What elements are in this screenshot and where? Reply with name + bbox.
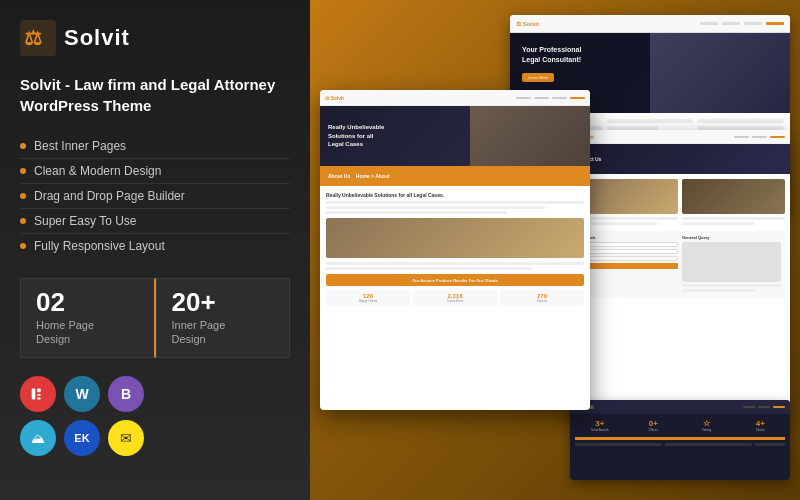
sm-text-line bbox=[326, 267, 532, 270]
sr-text-line bbox=[682, 289, 756, 292]
sr-contact-section: In Touch General Query bbox=[575, 231, 785, 298]
sb-footer-item bbox=[575, 443, 662, 446]
sm-stat-label: Experts bbox=[503, 299, 581, 303]
sr-nav-item bbox=[752, 136, 767, 138]
sm-hero-title: Really UnbelievableSolutions for allLega… bbox=[328, 123, 384, 148]
sr-text-line bbox=[682, 284, 781, 287]
bullet-dot bbox=[20, 218, 26, 224]
sm-nav-item bbox=[552, 97, 567, 99]
sm-header: ⚖ Solvit bbox=[320, 90, 590, 106]
sm-text-line bbox=[326, 201, 584, 204]
sm-stat: 126 Happy Clients bbox=[326, 290, 410, 306]
feature-label: Drag and Drop Page Builder bbox=[34, 189, 185, 203]
sr-contact-title: In Touch bbox=[579, 235, 678, 240]
sb-stat-label: Great Awards bbox=[575, 428, 625, 432]
sm-nav bbox=[516, 97, 585, 99]
sm-hero: Really UnbelievableSolutions for allLega… bbox=[320, 106, 590, 166]
sc-hero-title: Your ProfessionalLegal Consultant! bbox=[522, 45, 581, 65]
sm-hero-content: Really UnbelievableSolutions for allLega… bbox=[320, 115, 392, 156]
sc-logo: ⚖ Solvit bbox=[516, 20, 539, 27]
list-item: Drag and Drop Page Builder bbox=[20, 184, 290, 209]
svg-text:⚖: ⚖ bbox=[24, 27, 42, 49]
sc-hero-btn: Learn More bbox=[522, 73, 554, 82]
list-item: Fully Responsive Layout bbox=[20, 234, 290, 258]
sm-cta-section: Our Actions Produce Results For Our Clie… bbox=[326, 274, 584, 286]
sr-image bbox=[575, 179, 678, 214]
sr-nav-item bbox=[734, 136, 749, 138]
logo-icon: ⚖ bbox=[20, 20, 56, 56]
sr-hero: Contact Us bbox=[570, 144, 790, 174]
stat-number: 02 bbox=[36, 289, 139, 315]
technology-icons: W B ⛰ EK ✉ bbox=[20, 376, 290, 456]
sb-stat-label: Rating bbox=[682, 428, 732, 432]
screenshot-bottom: ⚖ Solvit 3+ Great Awards 0+ Offices bbox=[570, 400, 790, 480]
sr-contact-col: General Query bbox=[682, 235, 781, 294]
sc-header: ⚖ Solvit bbox=[510, 15, 790, 33]
sr-input bbox=[579, 242, 678, 247]
bullet-dot bbox=[20, 168, 26, 174]
sm-body: Really Unbelievable Solutions for all Le… bbox=[320, 186, 590, 312]
list-item: Super Easy To Use bbox=[20, 209, 290, 234]
icons-line-2: ⛰ EK ✉ bbox=[20, 420, 290, 456]
nav-item bbox=[744, 22, 762, 25]
sm-about-bar: About Us Home > About bbox=[320, 166, 590, 186]
stat-label: Home PageDesign bbox=[36, 318, 139, 347]
feature-label: Fully Responsive Layout bbox=[34, 239, 165, 253]
stat-number: 20+ bbox=[172, 289, 275, 315]
sm-text-line bbox=[326, 206, 545, 209]
sr-input bbox=[579, 256, 678, 261]
sr-image bbox=[682, 179, 785, 214]
sm-nav-item bbox=[570, 97, 585, 99]
feature-label: Super Easy To Use bbox=[34, 214, 137, 228]
sr-col bbox=[682, 179, 785, 227]
elementor-icon bbox=[20, 376, 56, 412]
sr-text-line bbox=[682, 217, 785, 220]
logo-area: ⚖ Solvit bbox=[20, 20, 290, 56]
nav-item bbox=[700, 22, 718, 25]
bullet-dot bbox=[20, 193, 26, 199]
sr-text-line bbox=[682, 222, 754, 225]
list-item: Clean & Modern Design bbox=[20, 159, 290, 184]
features-list: Best Inner Pages Clean & Modern Design D… bbox=[20, 134, 290, 258]
screenshots-container: ⚖ Solvit Your ProfessionalLegal Consulta… bbox=[320, 10, 790, 490]
sc-bar bbox=[607, 119, 694, 123]
sr-submit-btn bbox=[579, 263, 678, 269]
sb-stat: ☆ Rating bbox=[682, 419, 732, 432]
nav-item bbox=[722, 22, 740, 25]
wpdiscuz-icon: ⛰ bbox=[20, 420, 56, 456]
stat-label: Inner PageDesign bbox=[172, 318, 275, 347]
sm-stats: 126 Happy Clients 2,318 Cases Done 270 E… bbox=[326, 290, 584, 306]
sm-text-line bbox=[326, 211, 507, 214]
sb-stat-number: ☆ bbox=[682, 419, 732, 428]
sr-contact-col: In Touch bbox=[579, 235, 678, 294]
sb-nav-item bbox=[758, 406, 770, 408]
sm-logo: ⚖ Solvit bbox=[325, 95, 344, 101]
bootstrap-icon: B bbox=[108, 376, 144, 412]
sm-image bbox=[326, 218, 584, 258]
nav-item bbox=[766, 22, 784, 25]
sb-footer-item bbox=[755, 443, 785, 446]
svg-rect-2 bbox=[32, 388, 36, 399]
sr-text-line bbox=[575, 217, 678, 220]
svg-rect-3 bbox=[37, 388, 41, 392]
sm-text-line bbox=[326, 262, 584, 265]
sr-header: ⚖ Solvit bbox=[570, 130, 790, 144]
svg-rect-4 bbox=[37, 394, 41, 396]
sm-stat-label: Cases Done bbox=[416, 299, 494, 303]
sc-bar bbox=[697, 119, 784, 123]
icons-line-1: W B bbox=[20, 376, 290, 412]
mailchimp-icon: ✉ bbox=[108, 420, 144, 456]
sc-nav bbox=[700, 22, 784, 25]
stat-homepage: 02 Home PageDesign bbox=[20, 278, 156, 358]
wordpress-icon: W bbox=[64, 376, 100, 412]
sb-stat: 4+ Clients bbox=[736, 419, 786, 432]
sr-col bbox=[575, 179, 678, 227]
sm-stat-label: Happy Clients bbox=[329, 299, 407, 303]
stats-row: 02 Home PageDesign 20+ Inner PageDesign bbox=[20, 278, 290, 358]
sm-stat: 270 Experts bbox=[500, 290, 584, 306]
product-title: Solvit - Law firm and Legal Attorney Wor… bbox=[20, 74, 290, 116]
sb-stats-row: 3+ Great Awards 0+ Offices ☆ Rating 4+ C… bbox=[570, 414, 790, 437]
feature-label: Clean & Modern Design bbox=[34, 164, 161, 178]
sr-nav-item bbox=[770, 136, 785, 138]
sb-stat-label: Offices bbox=[629, 428, 679, 432]
